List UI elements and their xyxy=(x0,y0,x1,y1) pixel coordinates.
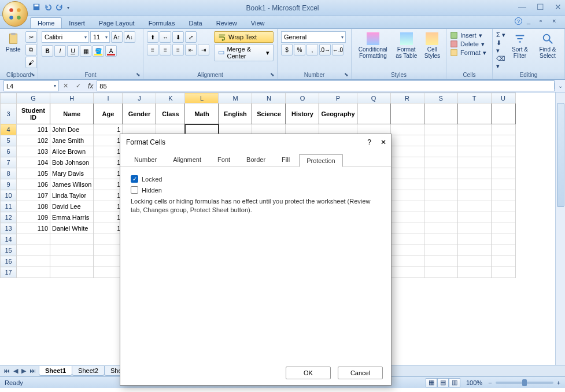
cell[interactable]: Daniel White xyxy=(50,223,94,234)
percent-format-icon[interactable]: % xyxy=(294,44,305,56)
col-header-I[interactable]: I xyxy=(94,93,123,103)
cell[interactable]: 104 xyxy=(17,157,50,168)
cell[interactable]: 1 xyxy=(94,179,123,190)
cell[interactable]: 106 xyxy=(17,179,50,190)
clear-button[interactable]: ⌫ ▾ xyxy=(496,55,505,70)
zoom-level[interactable]: 100% xyxy=(466,379,482,386)
cell[interactable] xyxy=(390,223,424,234)
row-header[interactable]: 13 xyxy=(1,223,17,234)
align-right-icon[interactable]: ≡ xyxy=(172,44,184,56)
fill-color-button[interactable]: 🪣 xyxy=(93,45,104,57)
header-cell[interactable]: Age xyxy=(94,103,123,124)
cell[interactable]: 1 xyxy=(94,168,123,179)
cell[interactable] xyxy=(424,245,457,256)
locked-checkbox[interactable]: ✓Locked xyxy=(131,175,381,183)
cell[interactable] xyxy=(491,256,515,267)
cancel-button[interactable]: Cancel xyxy=(338,367,383,379)
header-cell[interactable]: Science xyxy=(252,103,286,124)
dialog-tab-fill[interactable]: Fill xyxy=(275,154,297,167)
office-button[interactable] xyxy=(2,1,28,27)
dialog-tab-border[interactable]: Border xyxy=(239,154,272,167)
row-header[interactable]: 5 xyxy=(1,135,17,146)
row-header[interactable]: 11 xyxy=(1,201,17,212)
dialog-titlebar[interactable]: Format Cells ? ✕ xyxy=(120,134,391,150)
col-header-G[interactable]: G xyxy=(17,93,50,103)
cell[interactable] xyxy=(390,267,424,278)
ribbon-minimize-icon[interactable]: _ xyxy=(527,17,535,25)
comma-format-icon[interactable]: , xyxy=(306,44,318,56)
cell[interactable]: 1 xyxy=(94,157,123,168)
fx-icon[interactable]: fx xyxy=(84,82,97,90)
cell[interactable] xyxy=(491,267,515,278)
undo-icon[interactable] xyxy=(44,3,52,13)
minimize-button[interactable]: — xyxy=(518,2,526,12)
row-header[interactable]: 3 xyxy=(1,103,17,124)
cell[interactable] xyxy=(17,256,50,267)
cell[interactable]: Alice Brown xyxy=(50,146,94,157)
cell[interactable]: 108 xyxy=(17,201,50,212)
dialog-tab-number[interactable]: Number xyxy=(127,154,164,167)
cell[interactable] xyxy=(491,223,515,234)
cell[interactable] xyxy=(50,245,94,256)
underline-button[interactable]: U xyxy=(67,45,79,57)
cell[interactable] xyxy=(50,267,94,278)
cell[interactable] xyxy=(17,267,50,278)
cell[interactable]: 1 xyxy=(94,124,123,135)
zoom-out-icon[interactable]: − xyxy=(488,379,492,386)
cell[interactable] xyxy=(50,256,94,267)
formula-bar[interactable]: 85 xyxy=(97,80,555,91)
qat-dropdown-icon[interactable]: ▾ xyxy=(67,5,69,10)
number-format-combo[interactable]: General xyxy=(281,31,346,43)
tab-formulas[interactable]: Formulas xyxy=(142,18,182,28)
cell[interactable] xyxy=(491,157,515,168)
cell[interactable] xyxy=(94,256,123,267)
header-cell[interactable]: Geography xyxy=(319,103,357,124)
cell[interactable] xyxy=(424,256,457,267)
increase-indent-icon[interactable]: ⇥ xyxy=(198,44,209,56)
cell[interactable]: Jane Smith xyxy=(50,135,94,146)
cell[interactable] xyxy=(390,245,424,256)
format-cells-button[interactable]: Format ▾ xyxy=(450,49,486,57)
sort-filter-button[interactable]: Sort & Filter xyxy=(508,31,532,60)
italic-button[interactable]: I xyxy=(54,45,66,57)
cell[interactable] xyxy=(457,223,491,234)
cell[interactable] xyxy=(457,168,491,179)
bold-button[interactable]: B xyxy=(42,45,53,57)
font-launcher-icon[interactable]: ⬊ xyxy=(136,72,141,77)
header-cell[interactable]: Student ID xyxy=(17,103,50,124)
cell[interactable] xyxy=(457,135,491,146)
cell[interactable]: David Lee xyxy=(50,201,94,212)
cell[interactable]: Bob Johnson xyxy=(50,157,94,168)
cell[interactable] xyxy=(390,256,424,267)
row-header[interactable]: 10 xyxy=(1,190,17,201)
col-header-N[interactable]: N xyxy=(252,93,286,103)
merge-center-button[interactable]: Merge & Center ▾ xyxy=(214,44,274,61)
align-middle-icon[interactable]: ↔ xyxy=(160,31,171,43)
cell[interactable]: 102 xyxy=(17,135,50,146)
cell[interactable] xyxy=(390,146,424,157)
expand-formula-bar-icon[interactable]: ⌄ xyxy=(555,83,565,89)
insert-cells-button[interactable]: Insert ▾ xyxy=(450,31,486,39)
dialog-close-icon[interactable]: ✕ xyxy=(381,138,386,146)
cell[interactable] xyxy=(491,234,515,245)
cell[interactable] xyxy=(390,157,424,168)
cell[interactable]: 1 xyxy=(94,135,123,146)
hidden-checkbox[interactable]: Hidden xyxy=(131,186,381,194)
enter-formula-icon[interactable]: ✓ xyxy=(72,82,84,90)
cell[interactable] xyxy=(424,146,457,157)
row-header[interactable]: 14 xyxy=(1,234,17,245)
row-header[interactable]: 6 xyxy=(1,146,17,157)
cell[interactable]: 1 xyxy=(94,201,123,212)
cell[interactable] xyxy=(390,201,424,212)
ok-button[interactable]: OK xyxy=(286,367,331,379)
cell[interactable] xyxy=(424,267,457,278)
cell[interactable] xyxy=(491,245,515,256)
cut-icon[interactable]: ✂ xyxy=(25,31,37,43)
alignment-launcher-icon[interactable]: ⬊ xyxy=(270,72,275,77)
border-button[interactable]: ▦ xyxy=(80,45,91,57)
cell[interactable] xyxy=(390,234,424,245)
fill-button[interactable]: ⬇ ▾ xyxy=(496,39,505,54)
col-header-H[interactable]: H xyxy=(50,93,94,103)
col-header-O[interactable]: O xyxy=(286,93,319,103)
cell[interactable] xyxy=(457,190,491,201)
